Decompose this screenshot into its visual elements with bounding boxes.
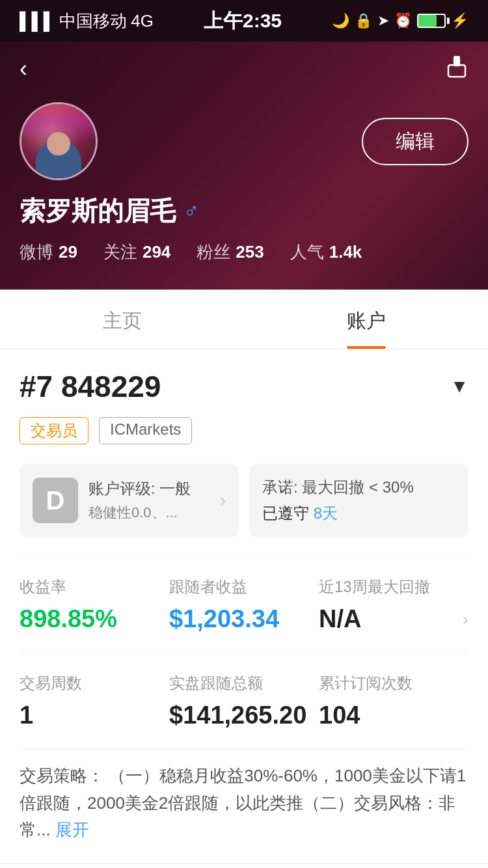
edit-button[interactable]: 编辑 [362,118,468,165]
tab-home[interactable]: 主页 [0,290,244,349]
chevron-right-icon: › [220,490,226,511]
promise-days: 8天 [314,504,338,522]
charging-icon: ⚡ [451,12,468,29]
status-left: ▌▌▌ 中国移动 4G [20,10,154,33]
location-icon: ➤ [377,12,389,29]
promise-title: 承诺: 最大回撤 < 30% [262,477,455,498]
total-subscriptions-value: 104 [319,701,468,729]
rating-card[interactable]: D 账户评级: 一般 稳健性0.0、... › [20,464,239,537]
total-follow-block: 实盘跟随总额 $141,265.20 [169,673,319,742]
svg-rect-2 [448,65,465,77]
profile-stats-row: 微博 29 关注 294 粉丝 253 人气 1.4k [20,241,468,264]
bottom-tabs: 交易分析 订单 订阅者 [0,863,488,868]
profile-info-row: 编辑 [20,102,468,180]
lock-icon: 🔒 [355,12,372,29]
bottom-tab-analysis[interactable]: 交易分析 [0,864,163,868]
carrier-label: 中国移动 [59,10,127,33]
tab-bar: 主页 账户 [0,290,488,349]
metrics-arrow[interactable]: › [463,609,468,630]
return-rate-label: 收益率 [20,576,169,597]
max-drawdown-value: N/A [319,605,361,633]
network-label: 4G [131,11,154,31]
followers-value: 253 [236,242,264,262]
total-follow-value: $141,265.20 [169,701,319,729]
gender-icon: ♂ [183,199,199,223]
return-rate-value: 898.85% [20,605,169,633]
following-stat: 关注 294 [103,241,170,264]
status-right: 🌙 🔒 ➤ ⏰ ⚡ [332,12,468,29]
account-id-row: #7 848229 ▼ [20,369,468,404]
metrics-row1: 收益率 898.85% 跟随者收益 $1,203.34 近13周最大回撤 N/A… [20,576,468,646]
dropdown-arrow[interactable]: ▼ [450,376,468,397]
following-label: 关注 [103,241,137,264]
main-content: #7 848229 ▼ 交易员 ICMarkets D 账户评级: 一般 稳健性… [0,349,488,863]
weibo-stat: 微博 29 [20,241,77,264]
share-button[interactable] [445,55,468,83]
back-button[interactable]: ‹ [20,55,27,83]
signal-icon: ▌▌▌ [20,11,55,31]
strategy-expand-button[interactable]: 展开 [55,820,89,839]
follower-return-value: $1,203.34 [169,605,319,633]
weibo-label: 微博 [20,241,53,264]
tab-account[interactable]: 账户 [244,290,488,349]
profile-header: ‹ 编辑 索罗斯的眉毛 ♂ 微博 29 关注 294 粉 [0,42,488,290]
stats-section: 收益率 898.85% 跟随者收益 $1,203.34 近13周最大回撤 N/A… [20,556,468,742]
followers-stat: 粉丝 253 [197,241,264,264]
follower-return-label: 跟随者收益 [169,576,319,597]
metrics-row2: 交易周数 1 实盘跟随总额 $141,265.20 累计订阅次数 104 [20,653,468,742]
rating-row: D 账户评级: 一般 稳健性0.0、... › 承诺: 最大回撤 < 30% 已… [20,464,468,537]
bottom-tab-subscribers[interactable]: 订阅者 [325,864,488,868]
followers-label: 粉丝 [197,241,230,264]
bottom-tab-orders[interactable]: 订单 [163,864,325,868]
popularity-stat: 人气 1.4k [290,241,362,264]
nav-bar: ‹ [20,55,468,83]
battery-icon [417,14,446,28]
total-subscriptions-label: 累计订阅次数 [319,673,468,694]
promise-status: 已遵守 8天 [262,503,455,524]
grade-badge: D [33,478,78,523]
tags-row: 交易员 ICMarkets [20,417,468,444]
time-label: 上午2:35 [204,8,282,34]
popularity-label: 人气 [290,241,324,264]
total-subscriptions-block: 累计订阅次数 104 [319,673,468,742]
rating-title: 账户评级: 一般 [88,478,210,499]
tag-icmarkets: ICMarkets [99,417,192,444]
rating-info: 账户评级: 一般 稳健性0.0、... [88,478,210,522]
moon-icon: 🌙 [332,12,349,29]
alarm-icon: ⏰ [394,12,412,29]
strategy-text: 交易策略： （一）稳稳月收益30%-60%，1000美金以下请1倍跟随，2000… [20,766,466,839]
return-rate-block: 收益率 898.85% [20,576,169,646]
tag-trader: 交易员 [20,417,88,444]
total-follow-label: 实盘跟随总额 [169,673,319,694]
max-drawdown-block: 近13周最大回撤 N/A › [319,576,468,646]
trade-weeks-label: 交易周数 [20,673,169,694]
max-drawdown-label: 近13周最大回撤 [319,576,468,597]
following-value: 294 [142,242,170,262]
user-name: 索罗斯的眉毛 ♂ [20,193,468,229]
strategy-section: 交易策略： （一）稳稳月收益30%-60%，1000美金以下请1倍跟随，2000… [20,749,468,844]
rating-sub: 稳健性0.0、... [88,503,210,522]
trade-weeks-block: 交易周数 1 [20,673,169,742]
account-id: #7 848229 [20,369,161,404]
trade-weeks-value: 1 [20,701,169,729]
weibo-value: 29 [59,242,77,262]
status-bar: ▌▌▌ 中国移动 4G 上午2:35 🌙 🔒 ➤ ⏰ ⚡ [0,0,488,42]
popularity-value: 1.4k [329,242,362,262]
avatar [20,102,98,180]
promise-card: 承诺: 最大回撤 < 30% 已遵守 8天 [249,464,468,537]
follower-return-block: 跟随者收益 $1,203.34 [169,576,319,646]
